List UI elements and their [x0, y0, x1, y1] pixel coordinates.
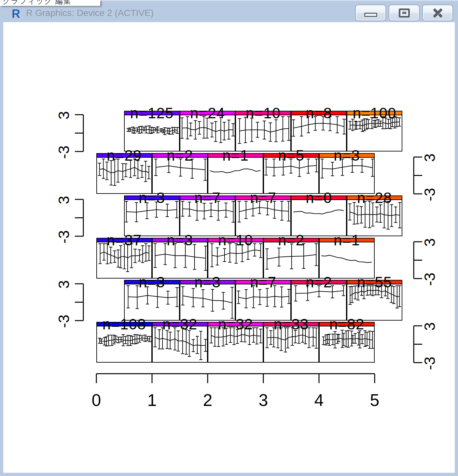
panel-n-label: n=7: [235, 273, 291, 291]
y-axis-tick-label: -3: [55, 230, 73, 244]
x-axis-tick-label: 5: [355, 390, 394, 410]
panel-n-label: n=32: [152, 315, 208, 333]
panel-n-label: n=3: [124, 273, 180, 291]
panel-n-label: n=1: [208, 147, 263, 164]
panel-n-label: n=33: [263, 315, 319, 333]
y-axis-tick-label: -3: [55, 315, 73, 328]
panel-n-label: n=3: [152, 231, 208, 249]
x-axis-tick-label: 0: [77, 390, 116, 410]
panel-n-label: n=3: [180, 273, 235, 291]
panel-n-label: n=8: [291, 104, 347, 122]
y-axis-tick-label: -3: [421, 273, 438, 286]
titlebar[interactable]: R R Graphics: Device 2 (ACTIVE): [3, 5, 455, 22]
panel-n-label: n=10: [208, 231, 263, 249]
panel-n-label: n=2: [152, 147, 208, 164]
y-axis-tick-label: 3: [55, 280, 73, 289]
panel-n-label: n=125: [124, 104, 180, 122]
panel-n-label: n=24: [180, 104, 235, 122]
y-axis-tick-label: 3: [421, 153, 438, 162]
y-axis-tick-label: 3: [55, 196, 73, 204]
panel-n-label: n=2: [291, 273, 347, 291]
panel-n-label: n=82: [319, 315, 375, 333]
r-graphics-window: R R Graphics: Device 2 (ACTIVE) n=125n=2…: [0, 0, 458, 476]
panel-n-label: n=3: [319, 147, 375, 164]
panel-n-label: n=10: [235, 104, 291, 122]
y-axis-tick-label: 3: [55, 111, 73, 120]
y-axis-tick-label: -3: [421, 357, 438, 370]
r-logo-letter: R: [12, 7, 20, 21]
panel-n-label: n=32: [208, 315, 263, 333]
x-axis-tick-label: 3: [244, 390, 283, 410]
y-axis-tick-label: -3: [55, 146, 73, 159]
panel-n-label: n=100: [347, 104, 402, 122]
panel-n-label: n=0: [291, 189, 347, 207]
background-window-clipped-text: グラフィック 編集: [3, 0, 72, 6]
panel-n-label: n=55: [347, 273, 402, 291]
panel-n-label: n=28: [347, 189, 402, 207]
panel-n-label: n=2: [263, 231, 319, 249]
panel-n-label: n=5: [263, 147, 319, 164]
window-title: R Graphics: Device 2 (ACTIVE): [26, 8, 154, 18]
minimize-button[interactable]: [355, 5, 386, 21]
panel-n-label: n=37: [96, 231, 152, 249]
panel-n-label: n=7: [180, 189, 235, 207]
x-axis-tick-label: 1: [132, 390, 172, 410]
y-axis-tick-label: -3: [421, 188, 438, 201]
minimize-icon: [364, 13, 377, 17]
x-axis-tick-label: 2: [188, 390, 227, 410]
y-axis-tick-label: 3: [421, 238, 438, 247]
close-button[interactable]: [422, 5, 453, 21]
panel-n-label: n=1: [319, 231, 375, 249]
r-logo-icon: R: [8, 7, 24, 21]
maximize-button[interactable]: [389, 5, 420, 21]
panel-n-label: n=29: [96, 147, 152, 164]
background-window-fragment: グラフィック 編集: [0, 0, 100, 6]
close-icon: [432, 8, 444, 18]
panel-n-label: n=3: [124, 189, 180, 207]
maximize-icon: [399, 8, 410, 18]
panel-n-label: n=7: [235, 189, 291, 207]
y-axis-tick-label: 3: [421, 322, 438, 331]
x-axis-tick-label: 4: [299, 390, 339, 410]
panel-n-label: n=108: [96, 315, 152, 333]
